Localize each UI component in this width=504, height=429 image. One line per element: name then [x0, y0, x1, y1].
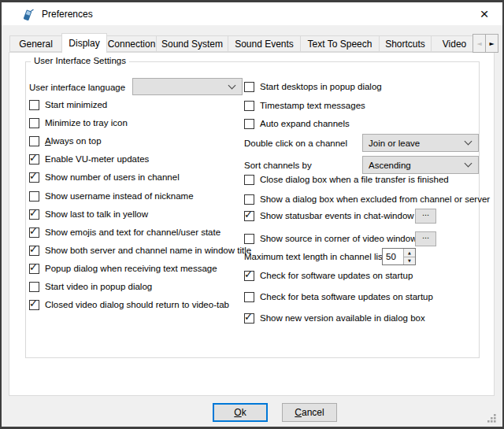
tab-connection[interactable]: Connection — [106, 35, 157, 52]
spinner-buttons: ▲ ▼ — [403, 249, 415, 264]
checkbox-box[interactable] — [244, 234, 254, 244]
label-rest: ancel — [302, 407, 324, 418]
checkbox-start-desktops-popup[interactable]: Start desktops in popup dialog — [244, 80, 382, 93]
checkbox-label: Show last to talk in yellow — [45, 209, 148, 219]
checkbox-label: Close dialog box when a file transfer is… — [260, 175, 449, 184]
checkbox-check-beta-updates[interactable]: Check for beta software updates on start… — [244, 290, 433, 303]
cancel-button-label: Cancel — [295, 407, 324, 418]
tab-video[interactable]: Video — [431, 35, 473, 52]
tab-shortcuts[interactable]: Shortcuts — [379, 35, 432, 52]
checkbox-auto-expand-channels[interactable]: Auto expand channels — [244, 117, 350, 130]
checkbox-statusbar-events[interactable]: ✓ Show statusbar events in chat-window — [244, 209, 414, 222]
checkbox-label: Start minimized — [45, 100, 107, 109]
tab-sound-events[interactable]: Sound Events — [228, 35, 301, 52]
label-rest: lways on top — [51, 136, 102, 146]
cancel-button[interactable]: Cancel — [282, 403, 337, 422]
checkbox-server-channel-title[interactable]: ✓ Show both server and channel name in w… — [29, 244, 251, 257]
max-text-length-spinner[interactable]: 50 ▲ ▼ — [382, 248, 416, 265]
double-click-selected-value: Join or leave — [369, 139, 465, 148]
checkmark-icon: ✓ — [244, 269, 253, 280]
checkbox-box[interactable]: ✓ — [29, 300, 39, 310]
checkbox-show-emojis[interactable]: ✓ Show emojis and text for channel/user … — [29, 226, 220, 239]
language-select[interactable] — [132, 78, 243, 95]
checkbox-label: Show source in corner of video window — [260, 234, 417, 243]
spinner-value[interactable]: 50 — [383, 249, 403, 264]
checkbox-start-minimized[interactable]: Start minimized — [29, 98, 107, 111]
checkbox-minimize-to-tray[interactable]: Minimize to tray icon — [29, 116, 128, 129]
ok-button[interactable]: Ok — [213, 403, 268, 422]
checkbox-label: Show number of users in channel — [45, 172, 180, 182]
checkbox-label: Show username instead of nickname — [45, 191, 194, 201]
checkbox-box[interactable] — [244, 292, 254, 302]
tab-display[interactable]: Display — [61, 33, 107, 53]
checkbox-popup-text-message[interactable]: ✓ Popup dialog when receiving text messa… — [29, 262, 217, 275]
tab-scroll-right-icon[interactable]: ► — [485, 34, 498, 53]
checkbox-last-to-talk[interactable]: ✓ Show last to talk in yellow — [29, 208, 148, 220]
tab-sound-system[interactable]: Sound System — [156, 35, 228, 52]
checkbox-box[interactable] — [244, 119, 254, 129]
checkbox-label: Show statusbar events in chat-window — [260, 211, 414, 220]
checkbox-label: Show new version available in dialog box — [260, 313, 425, 323]
checkbox-box[interactable]: ✓ — [29, 172, 39, 183]
checkbox-box[interactable]: ✓ — [244, 313, 254, 324]
tab-text-to-speech[interactable]: Text To Speech — [300, 35, 380, 52]
checkbox-box[interactable] — [29, 282, 39, 292]
checkbox-label: Check for software updates on startup — [260, 271, 413, 280]
tab-label: Display — [69, 38, 99, 49]
checkbox-box[interactable] — [244, 175, 254, 185]
chevron-down-icon — [465, 160, 472, 168]
chevron-down-icon — [228, 81, 236, 89]
checkbox-box[interactable]: ✓ — [29, 154, 39, 165]
checkbox-video-popup[interactable]: Start video in popup dialog — [29, 280, 152, 293]
tab-label: Shortcuts — [385, 39, 425, 50]
checkbox-closed-video-return[interactable]: ✓ Closed video dialog should return to v… — [29, 298, 229, 311]
resize-grip-icon[interactable] — [486, 412, 497, 423]
checkbox-label: Timestamp text messages — [260, 101, 365, 110]
checkbox-box[interactable]: ✓ — [29, 209, 39, 220]
checkbox-box[interactable]: ✓ — [29, 246, 39, 256]
title-bar[interactable]: Preferences × — [2, 2, 502, 25]
statusbar-events-ellipsis-button[interactable]: ... — [415, 209, 436, 224]
checkbox-box[interactable]: ✓ — [29, 264, 39, 274]
checkbox-new-version-dialog[interactable]: ✓ Show new version available in dialog b… — [244, 312, 425, 324]
sort-channels-select[interactable]: Ascending — [362, 156, 479, 174]
checkbox-box[interactable] — [29, 191, 39, 202]
tab-label: Sound Events — [235, 39, 294, 50]
checkbox-label: Minimize to tray icon — [45, 118, 128, 128]
checkbox-box[interactable]: ✓ — [244, 211, 254, 221]
checkbox-box[interactable] — [244, 82, 254, 92]
double-click-select[interactable]: Join or leave — [362, 134, 479, 152]
checkbox-show-user-count[interactable]: ✓ Show number of users in channel — [29, 171, 180, 183]
checkbox-video-source-corner[interactable]: Show source in corner of video window — [244, 232, 417, 245]
checkbox-box[interactable] — [29, 136, 39, 146]
checkbox-box[interactable]: ✓ — [244, 271, 254, 281]
checkbox-close-on-transfer-finish[interactable]: Close dialog box when a file transfer is… — [244, 173, 449, 186]
video-source-ellipsis-button[interactable]: ... — [415, 231, 436, 246]
close-icon[interactable]: × — [466, 2, 502, 25]
checkbox-box[interactable] — [244, 101, 254, 111]
checkbox-always-on-top[interactable]: Always on top — [29, 135, 102, 147]
spin-down-icon[interactable]: ▼ — [404, 257, 415, 265]
checkbox-timestamp-messages[interactable]: Timestamp text messages — [244, 99, 365, 112]
spin-up-icon[interactable]: ▲ — [404, 249, 415, 257]
tab-general[interactable]: General — [9, 35, 62, 52]
checkbox-enable-vu-meter[interactable]: ✓ Enable VU-meter updates — [29, 153, 149, 165]
checkbox-label: Popup dialog when receiving text message — [45, 264, 217, 273]
tab-label: General — [19, 39, 53, 50]
checkbox-box[interactable]: ✓ — [29, 227, 39, 238]
mnemonic-char: O — [234, 407, 241, 418]
preferences-dialog: Preferences × General Display Connection… — [0, 0, 504, 429]
max-text-length-label: Maximum text length in channel list — [244, 250, 385, 263]
checkbox-excluded-dialog[interactable]: Show a dialog box when excluded from cha… — [244, 193, 490, 205]
checkbox-box[interactable] — [29, 100, 39, 110]
tab-scroll-left-icon[interactable]: ◄ — [472, 34, 486, 53]
checkbox-label: Start video in popup dialog — [45, 282, 152, 291]
chevron-down-icon — [465, 138, 472, 146]
teamtalk-app-icon — [20, 7, 35, 21]
checkbox-box[interactable] — [244, 194, 254, 205]
checkmark-icon: ✓ — [29, 153, 38, 164]
checkbox-box[interactable] — [29, 118, 39, 128]
checkmark-icon: ✓ — [29, 208, 38, 219]
checkbox-show-username[interactable]: Show username instead of nickname — [29, 190, 194, 202]
checkbox-check-updates[interactable]: ✓ Check for software updates on startup — [244, 269, 413, 282]
